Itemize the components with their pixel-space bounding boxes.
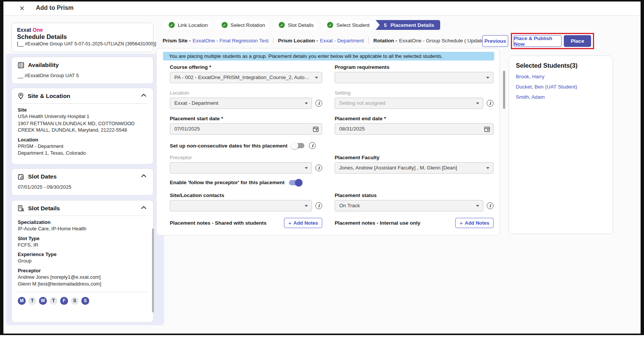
step-link-location[interactable]: ✓ Link Location — [163, 20, 213, 30]
plus-icon: + — [459, 220, 463, 226]
specialization-label: Specialization — [18, 219, 147, 225]
course-offering-label: Course offering * — [170, 64, 322, 70]
check-icon: ✓ — [279, 22, 285, 28]
divider — [17, 103, 148, 104]
end-date-input[interactable]: 08/31/2025 — [335, 123, 493, 135]
non-consecutive-toggle-label: Set up non-consecutive dates for this pl… — [170, 143, 287, 149]
close-icon[interactable]: ✕ — [18, 5, 26, 13]
placement-status-label: Placement status — [335, 193, 493, 198]
chevron-down-icon — [305, 205, 308, 207]
info-icon[interactable]: i — [315, 100, 322, 107]
site-location-title: Site & Location — [28, 93, 70, 99]
setting-select[interactable]: Setting not assigned — [335, 98, 483, 109]
day-thursday: T — [50, 297, 57, 305]
chevron-down-icon — [305, 102, 308, 104]
student-link[interactable]: Brook, Harry — [516, 74, 606, 79]
follow-preceptor-toggle[interactable] — [289, 180, 301, 185]
non-consecutive-toggle[interactable] — [292, 143, 304, 148]
slot-details-icon — [18, 205, 24, 212]
calendar-icon[interactable] — [313, 126, 319, 132]
step-select-rotation[interactable]: ✓ Select Rotation — [214, 20, 271, 30]
prism-location-link[interactable]: Exxat - Department — [320, 38, 364, 43]
student-link[interactable]: Ducket, Ben (UAT Student) — [516, 84, 606, 90]
location-name: PRISM - Department — [18, 143, 147, 150]
info-icon[interactable]: i — [309, 142, 316, 149]
day-sunday: S — [81, 297, 89, 305]
sidebar-scrollbar[interactable] — [152, 228, 154, 312]
course-offering-select[interactable]: PA - 002 - ExxatOne_PRISM_Integration_Co… — [170, 72, 322, 83]
step-slot-details[interactable]: ✓ Slot Details — [271, 20, 319, 30]
check-icon: ✓ — [222, 22, 228, 28]
content-scrollbar[interactable] — [503, 71, 505, 109]
info-icon[interactable]: i — [315, 165, 322, 171]
calendar-clock-icon — [18, 174, 24, 180]
day-tuesday: T — [28, 297, 36, 305]
selected-students-title: Selected Students(3) — [516, 62, 606, 69]
previous-button[interactable]: Previous — [482, 35, 508, 47]
selected-students-panel: Selected Students(3) Brook, Harry Ducket… — [509, 56, 613, 234]
place-and-publish-now-button[interactable]: Place & Publish Now — [514, 35, 562, 47]
step-label: Select Rotation — [231, 22, 265, 28]
info-icon[interactable]: i — [315, 202, 322, 209]
preceptor-1: Andrew Jones [noreply1@e.xxat.com] — [18, 274, 147, 281]
divider — [368, 37, 369, 43]
experience-type-label: Experience Type — [18, 252, 147, 257]
location-label: Location — [18, 137, 147, 143]
preceptor-select[interactable] — [170, 162, 312, 174]
wizard-stepper: ✓ Link Location ✓ Select Rotation ✓ Slot… — [163, 20, 440, 30]
prism-location-segment: Prism Location - Exxat - Department — [278, 38, 364, 43]
availability-icon — [18, 62, 24, 68]
add-notes-internal-button[interactable]: + Add Notes — [455, 218, 493, 228]
program-requirements-select[interactable] — [335, 72, 493, 83]
chevron-down-icon — [305, 167, 308, 169]
slot-details-card: Slot Details Specialization IP-Acute Car… — [11, 200, 154, 323]
exxat-one-logo: Exxat One — [17, 27, 148, 33]
collapse-chevron-icon[interactable] — [141, 174, 146, 177]
add-notes-shared-button[interactable]: + Add Notes — [284, 218, 322, 228]
location-select[interactable]: Exxat - Department — [170, 98, 312, 109]
slot-dates-card: Slot Dates 07/01/2025 - 09/30/2025 — [11, 168, 154, 196]
check-icon: ✓ — [169, 22, 175, 28]
collapse-chevron-icon[interactable] — [141, 94, 146, 97]
collapse-chevron-icon[interactable] — [141, 206, 146, 209]
chevron-down-icon — [476, 102, 479, 104]
site-label: Site — [18, 107, 147, 113]
divider — [17, 292, 148, 292]
site-name: USA Health University Hospital 1 — [18, 113, 147, 120]
site-location-contacts-label: Site/Location contacts — [170, 193, 322, 198]
day-wednesday: W — [39, 297, 47, 305]
day-friday: F — [60, 297, 68, 305]
info-icon[interactable]: i — [487, 100, 493, 107]
follow-preceptor-toggle-label: Enable 'follow the preceptor' for this p… — [170, 180, 284, 185]
step-select-student[interactable]: ✓ Select Student — [320, 20, 375, 30]
rotation-value: ExxatOne - Group Schedule ( Updated ) — [399, 38, 490, 43]
student-link[interactable]: Smith, Adam — [516, 94, 606, 100]
slot-dates-title: Slot Dates — [28, 173, 57, 180]
program-requirements-label: Program requirements — [335, 64, 493, 70]
slot-dates-range: 07/01/2025 - 09/30/2025 — [18, 184, 147, 190]
notes-shared-label: Placement notes - Shared with students — [170, 220, 267, 226]
site-location-card: Site & Location Site USA Health Universi… — [11, 88, 154, 165]
chevron-down-icon — [476, 205, 479, 207]
specialization-value: IP-Acute Care, IP-Home Health — [18, 225, 147, 232]
setting-label: Setting — [335, 90, 493, 96]
end-date-label: Placement end date * — [335, 116, 493, 121]
place-button[interactable]: Place — [564, 35, 591, 47]
day-saturday: S — [71, 297, 79, 305]
schedule-details-card: Exxat One Schedule Details [__ #ExxatOne… — [11, 23, 154, 52]
preceptor-select-label: Preceptor — [170, 155, 322, 160]
step-label: Select Student — [336, 22, 369, 28]
notes-internal-label: Placement notes - Internal use only — [335, 220, 421, 226]
placement-status-select[interactable]: On Track — [335, 200, 483, 211]
site-location-contacts-select[interactable] — [170, 200, 312, 211]
check-icon: ✓ — [327, 22, 333, 28]
placement-faculty-select[interactable]: Jones, Andrew [Assistant Faculty] , M, G… — [335, 162, 493, 174]
step-placement-details-active[interactable]: 5 Placement Details — [376, 20, 440, 30]
slot-details-title: Slot Details — [28, 205, 60, 212]
prism-site-link[interactable]: ExxatOne - Final Regression Test — [192, 38, 268, 43]
availability-title: Availability — [28, 62, 59, 68]
chevron-down-icon — [315, 77, 318, 79]
calendar-icon[interactable] — [484, 126, 490, 132]
start-date-input[interactable]: 07/01/2025 — [170, 123, 322, 135]
info-icon[interactable]: i — [487, 202, 493, 209]
